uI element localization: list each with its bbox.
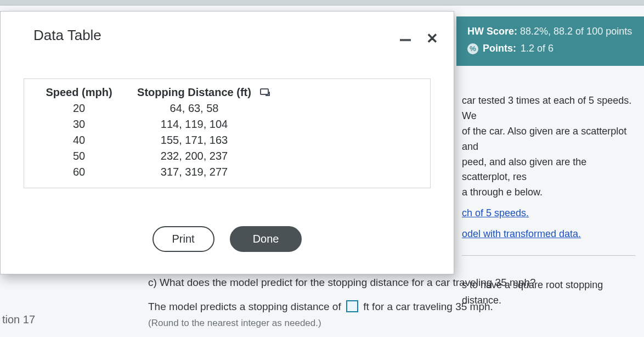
answer-hint: (Round to the nearest integer as needed.… <box>148 316 639 330</box>
col-header-distance-text: Stopping Distance (ft) <box>137 86 251 98</box>
data-table-modal: Data Table ✕ Speed (mph) Stopping Distan… <box>0 11 454 274</box>
col-header-speed: Speed (mph) <box>35 86 123 99</box>
cell-distance: 155, 171, 163 <box>123 134 265 147</box>
question-nav-item[interactable]: tion 17 <box>0 313 35 326</box>
cell-distance: 64, 63, 58 <box>123 102 265 115</box>
col-header-distance: Stopping Distance (ft) <box>123 86 265 99</box>
app-root: HW Score: 88.2%, 88.2 of 100 points % Po… <box>0 0 644 337</box>
spacer <box>462 221 635 227</box>
cell-speed: 60 <box>35 166 123 178</box>
hw-score-value: 88.2%, 88.2 of 100 points <box>520 26 632 37</box>
cell-speed: 30 <box>35 118 123 131</box>
answer-line: The model predicts a stopping distance o… <box>148 299 639 315</box>
done-button[interactable]: Done <box>230 226 302 252</box>
table-row: 20 64, 63, 58 <box>35 100 419 116</box>
cell-speed: 50 <box>35 150 123 162</box>
cell-speed: 20 <box>35 102 123 115</box>
table-row: 40 155, 171, 163 <box>35 132 419 148</box>
data-table: Speed (mph) Stopping Distance (ft) 20 64… <box>24 78 431 188</box>
minimize-button[interactable] <box>399 28 412 49</box>
cell-distance: 317, 319, 277 <box>123 166 265 178</box>
problem-fragment: peed, and also given are the scatterplot… <box>462 155 635 186</box>
answer-text-before: The model predicts a stopping distance o… <box>148 301 341 312</box>
question-part-c: c) What does the model predict for the s… <box>148 274 639 291</box>
problem-fragment: a through e below. <box>462 185 635 200</box>
minimize-icon <box>400 39 411 41</box>
cell-distance: 114, 119, 104 <box>123 118 265 131</box>
table-header-row: Speed (mph) Stopping Distance (ft) <box>35 85 419 100</box>
table-row: 30 114, 119, 104 <box>35 116 419 132</box>
answer-input-blank[interactable] <box>346 300 358 312</box>
spacer <box>462 200 635 206</box>
modal-title: Data Table <box>33 27 101 44</box>
spacer <box>148 291 639 299</box>
hw-score-line: HW Score: 88.2%, 88.2 of 100 points <box>467 24 635 39</box>
hw-score-label: HW Score: <box>467 26 517 37</box>
print-button[interactable]: Print <box>152 226 214 252</box>
link-transformed-data[interactable]: odel with transformed data. <box>462 228 581 239</box>
table-row: 60 317, 319, 277 <box>35 164 419 180</box>
score-panel: HW Score: 88.2%, 88.2 of 100 points % Po… <box>456 16 644 66</box>
points-value: 1.2 of 6 <box>521 41 553 56</box>
points-label: Points: <box>483 41 516 56</box>
cell-distance: 232, 200, 237 <box>123 150 265 162</box>
link-speeds[interactable]: ch of 5 speeds. <box>462 207 529 218</box>
cell-speed: 40 <box>35 134 123 147</box>
modal-button-row: Print Done <box>1 226 454 252</box>
window-top-strip <box>0 0 644 5</box>
points-icon: % <box>467 43 478 54</box>
close-button[interactable]: ✕ <box>426 30 438 47</box>
question-area: c) What does the model predict for the s… <box>148 274 639 330</box>
answer-text-after: ft for a car traveling 35 mph. <box>363 301 493 312</box>
problem-fragment: of the car. Also given are a scatterplot… <box>462 124 635 155</box>
table-row: 50 232, 200, 237 <box>35 148 419 164</box>
divider <box>462 255 635 256</box>
modal-window-controls: ✕ <box>399 28 438 49</box>
points-line: % Points: 1.2 of 6 <box>467 41 635 56</box>
problem-fragment: car tested 3 times at each of 5 speeds. … <box>462 93 635 124</box>
expand-icon[interactable] <box>260 88 269 95</box>
